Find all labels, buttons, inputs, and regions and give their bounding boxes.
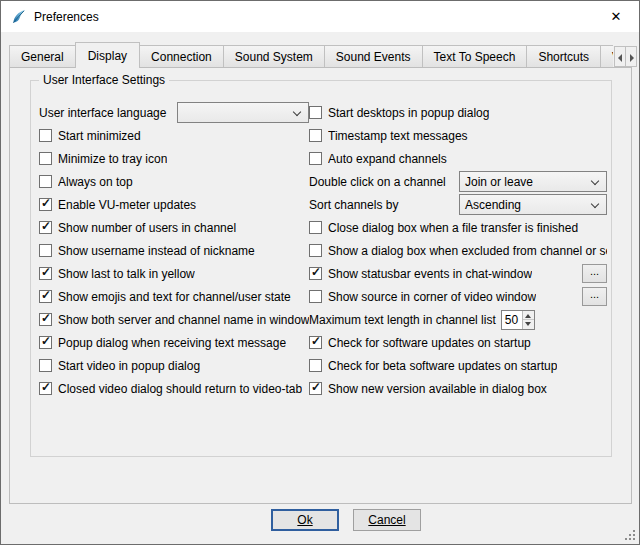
tab-scroll-right-button[interactable] — [625, 46, 637, 67]
row-enable-vu-meter-updates: ✓Enable VU-meter updates — [39, 193, 309, 216]
tab-shortcuts[interactable]: Shortcuts — [526, 45, 601, 67]
checkbox-enable-vu-meter-updates[interactable]: ✓Enable VU-meter updates — [39, 198, 196, 212]
tab-display[interactable]: Display — [75, 42, 140, 68]
checkbox-minimize-to-tray-icon[interactable]: Minimize to tray icon — [39, 152, 167, 166]
checkmark-icon: ✓ — [41, 311, 51, 325]
close-icon: ✕ — [611, 9, 622, 24]
row-check-for-software-updates-on-startup: ✓Check for software updates on startup — [309, 331, 607, 354]
checkmark-icon: ✓ — [41, 380, 51, 394]
combobox-sort-channels-by[interactable]: Ascending — [459, 194, 607, 215]
resize-grip[interactable] — [624, 529, 636, 541]
checkmark-icon: ✓ — [311, 265, 321, 279]
checkbox-box[interactable] — [39, 244, 52, 257]
checkbox-closed-video-dialog-should-return-to-video-tab[interactable]: ✓Closed video dialog should return to vi… — [39, 382, 302, 396]
checkbox-box[interactable] — [309, 290, 322, 303]
spin-down-icon[interactable] — [523, 319, 534, 329]
row-auto-expand-channels: Auto expand channels — [309, 147, 607, 170]
spinbox-buttons — [522, 311, 534, 329]
checkbox-box[interactable]: ✓ — [39, 382, 52, 395]
spinbox-maximum-text-length-in-channel-list[interactable]: 50 — [501, 310, 535, 330]
row-minimize-to-tray-icon: Minimize to tray icon — [39, 147, 309, 170]
checkbox-box[interactable]: ✓ — [39, 336, 52, 349]
checkbox-show-last-to-talk-in-yellow[interactable]: ✓Show last to talk in yellow — [39, 267, 195, 281]
checkmark-icon: ✓ — [311, 380, 321, 394]
checkbox-show-emojis-and-text-for-channel-user-state[interactable]: ✓Show emojis and text for channel/user s… — [39, 290, 291, 304]
tab-text-to-speech[interactable]: Text To Speech — [422, 45, 528, 67]
tab-sound-events[interactable]: Sound Events — [324, 45, 423, 67]
checkbox-box[interactable]: ✓ — [309, 336, 322, 349]
checkbox-box[interactable] — [39, 129, 52, 142]
checkbox-label: Auto expand channels — [328, 152, 447, 166]
checkbox-box[interactable]: ✓ — [39, 221, 52, 234]
checkbox-box[interactable]: ✓ — [309, 267, 322, 280]
checkbox-show-number-of-users-in-channel[interactable]: ✓Show number of users in channel — [39, 221, 236, 235]
row-start-desktops-in-popup-dialog: Start desktops in popup dialog — [309, 101, 607, 124]
checkbox-box[interactable] — [309, 152, 322, 165]
combobox-double-click-on-a-channel[interactable]: Join or leave — [459, 171, 607, 192]
checkmark-icon: ✓ — [41, 334, 51, 348]
row-sort-channels-by: Sort channels byAscending — [309, 193, 607, 216]
row-show-last-to-talk-in-yellow: ✓Show last to talk in yellow — [39, 262, 309, 285]
checkbox-popup-dialog-when-receiving-text-message[interactable]: ✓Popup dialog when receiving text messag… — [39, 336, 286, 350]
checkmark-icon: ✓ — [41, 288, 51, 302]
checkbox-auto-expand-channels[interactable]: Auto expand channels — [309, 152, 447, 166]
checkbox-box[interactable]: ✓ — [39, 290, 52, 303]
checkbox-box[interactable] — [309, 106, 322, 119]
checkbox-show-a-dialog-box-when-excluded-from-channel-or-server[interactable]: Show a dialog box when excluded from cha… — [309, 244, 607, 258]
checkbox-label: Show username instead of nickname — [58, 244, 255, 258]
chevron-down-icon — [591, 200, 600, 209]
checkbox-box[interactable]: ✓ — [309, 382, 322, 395]
tab-video[interactable]: Video — [600, 45, 613, 67]
checkbox-show-new-version-available-in-dialog-box[interactable]: ✓Show new version available in dialog bo… — [309, 382, 547, 396]
spinbox-value: 50 — [502, 311, 522, 329]
close-button[interactable]: ✕ — [593, 1, 639, 32]
checkbox-check-for-beta-software-updates-on-startup[interactable]: Check for beta software updates on start… — [309, 359, 557, 373]
checkbox-box[interactable]: ✓ — [39, 198, 52, 211]
checkbox-start-minimized[interactable]: Start minimized — [39, 129, 141, 143]
checkbox-box[interactable] — [309, 221, 322, 234]
row-show-statusbar-events-in-chat-window: ✓Show statusbar events in chat-window... — [309, 262, 607, 285]
checkbox-start-desktops-in-popup-dialog[interactable]: Start desktops in popup dialog — [309, 106, 489, 120]
tab-sound-system[interactable]: Sound System — [223, 45, 325, 67]
row-check-for-beta-software-updates-on-startup: Check for beta software updates on start… — [309, 354, 607, 377]
cancel-button[interactable]: Cancel — [353, 509, 421, 531]
checkbox-close-dialog-box-when-a-file-transfer-is-finished[interactable]: Close dialog box when a file transfer is… — [309, 221, 578, 235]
checkbox-box[interactable] — [309, 359, 322, 372]
checkbox-box[interactable] — [39, 175, 52, 188]
combobox-user-interface-language[interactable] — [177, 102, 309, 123]
more-button-show-source-in-corner-of-video-window[interactable]: ... — [582, 287, 607, 306]
combobox-value: Join or leave — [460, 175, 591, 189]
row-show-username-instead-of-nickname: Show username instead of nickname — [39, 239, 309, 262]
row-start-minimized: Start minimized — [39, 124, 309, 147]
checkbox-start-video-in-popup-dialog[interactable]: Start video in popup dialog — [39, 359, 200, 373]
settings-columns: User interface languageStart minimizedMi… — [39, 101, 607, 400]
window-title: Preferences — [34, 10, 99, 24]
tab-connection[interactable]: Connection — [139, 45, 224, 67]
row-popup-dialog-when-receiving-text-message: ✓Popup dialog when receiving text messag… — [39, 331, 309, 354]
spin-up-icon[interactable] — [523, 311, 534, 320]
checkbox-label: Show new version available in dialog box — [328, 382, 547, 396]
checkbox-box[interactable] — [309, 129, 322, 142]
checkbox-check-for-software-updates-on-startup[interactable]: ✓Check for software updates on startup — [309, 336, 531, 350]
checkbox-box[interactable] — [39, 152, 52, 165]
checkbox-box[interactable] — [39, 359, 52, 372]
ok-button[interactable]: Ok — [271, 509, 339, 531]
row-start-video-in-popup-dialog: Start video in popup dialog — [39, 354, 309, 377]
row-show-new-version-available-in-dialog-box: ✓Show new version available in dialog bo… — [309, 377, 607, 400]
checkbox-timestamp-text-messages[interactable]: Timestamp text messages — [309, 129, 468, 143]
checkbox-show-statusbar-events-in-chat-window[interactable]: ✓Show statusbar events in chat-window — [309, 267, 532, 281]
checkbox-box[interactable]: ✓ — [39, 313, 52, 326]
checkbox-box[interactable]: ✓ — [39, 267, 52, 280]
checkbox-show-source-in-corner-of-video-window[interactable]: Show source in corner of video window — [309, 290, 536, 304]
left-column: User interface languageStart minimizedMi… — [39, 101, 309, 400]
checkbox-box[interactable] — [309, 244, 322, 257]
checkbox-show-username-instead-of-nickname[interactable]: Show username instead of nickname — [39, 244, 255, 258]
right-column: Start desktops in popup dialogTimestamp … — [309, 101, 607, 400]
label-sort-channels-by: Sort channels by — [309, 198, 459, 212]
checkbox-always-on-top[interactable]: Always on top — [39, 175, 133, 189]
more-button-show-statusbar-events-in-chat-window[interactable]: ... — [582, 264, 607, 283]
row-timestamp-text-messages: Timestamp text messages — [309, 124, 607, 147]
checkbox-show-both-server-and-channel-name-in-window-title[interactable]: ✓Show both server and channel name in wi… — [39, 313, 309, 327]
tab-general[interactable]: General — [9, 45, 76, 67]
checkbox-label: Start minimized — [58, 129, 141, 143]
